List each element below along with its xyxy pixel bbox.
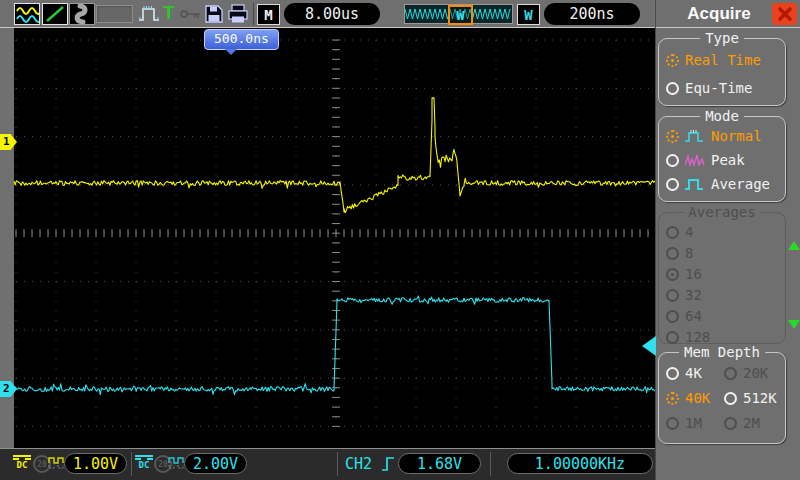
status-divider: [490, 452, 491, 476]
radio-icon: [666, 310, 679, 323]
radio-selected-icon: [666, 54, 679, 67]
scroll-down-icon[interactable]: [788, 320, 800, 329]
frequency-counter-readout: 1.00000KHz: [507, 453, 653, 474]
close-icon: [776, 6, 794, 22]
radio-label: 4K: [685, 365, 702, 381]
radio-icon: [666, 367, 679, 380]
mem-depth-section-title: Mem Depth: [679, 344, 765, 360]
ch2-coupling-dc-icon: DC: [135, 455, 153, 470]
type-section: Type Real Time Equ-Time: [658, 38, 786, 106]
zoom-window-marker[interactable]: W: [448, 5, 473, 25]
radio-label: Normal: [711, 128, 762, 144]
radio-1m: 1M: [659, 415, 724, 431]
averages-section: Averages 4 8 16 32 64 128: [658, 212, 786, 344]
radio-icon: [666, 82, 679, 95]
radio-label: 64: [685, 308, 702, 324]
top-toolbar: T M 8.00us W W 2: [0, 0, 655, 28]
toolbar-empty-slot: [96, 5, 133, 23]
radio-avg-64: 64: [659, 308, 785, 324]
radio-20k: 20K: [724, 365, 768, 381]
radio-icon: [666, 331, 679, 344]
radio-label: 40K: [685, 390, 710, 406]
channel-waves-icon: [15, 4, 39, 24]
radio-label: 20K: [743, 365, 768, 381]
trigger-level-arrow[interactable]: [642, 336, 656, 356]
printer-icon: [227, 4, 249, 24]
radio-label: Equ-Time: [685, 80, 752, 96]
scroll-up-icon[interactable]: [788, 241, 800, 250]
normal-mode-pulse-icon: [685, 129, 705, 143]
radio-icon: [666, 417, 679, 430]
average-mode-pulse-icon: [685, 177, 705, 191]
ch2-scale-readout: 2.00V: [184, 453, 247, 474]
radio-icon: [666, 247, 679, 260]
type-section-title: Type: [700, 30, 744, 46]
radio-real-time[interactable]: Real Time: [659, 52, 785, 68]
peak-mode-icon: [685, 153, 705, 167]
main-timebase-label: M: [257, 4, 280, 25]
radio-icon: [724, 367, 737, 380]
radio-equ-time[interactable]: Equ-Time: [659, 80, 785, 96]
mem-depth-section: Mem Depth 4K 20K 40K 512K: [658, 352, 786, 444]
ch2-waveform-icon: [168, 456, 185, 470]
radio-avg-16: 16: [659, 266, 785, 282]
toolbar-divider: [253, 3, 254, 25]
ch1-waveform-icon: [48, 456, 65, 470]
radio-icon: [666, 289, 679, 302]
radio-icon: [724, 417, 737, 430]
radio-label: Peak: [711, 152, 745, 168]
radio-selected-icon: [666, 392, 679, 405]
menu-title: Acquire: [656, 4, 772, 24]
trigger-source-label: CH2: [345, 455, 372, 473]
radio-average[interactable]: Average: [659, 176, 785, 192]
main-timebase-readout: 8.00us: [284, 3, 380, 25]
radio-label: 1M: [685, 415, 702, 431]
radio-label: 512K: [743, 390, 777, 406]
acquire-mode-pulse-icon: [138, 4, 160, 24]
status-divider: [337, 452, 338, 476]
radio-icon: [724, 392, 737, 405]
print-button[interactable]: [227, 4, 249, 28]
menu-header: Acquire: [656, 0, 800, 28]
floppy-save-icon: [204, 4, 224, 24]
ch1-coupling-dc-icon: DC: [13, 455, 31, 470]
radio-avg-32: 32: [659, 287, 785, 303]
window-position-strip[interactable]: W: [404, 4, 513, 24]
image-display-button[interactable]: [69, 3, 95, 25]
status-bar: DC 20 1.00V DC 20 2.00V CH2 1.68V 1.0000…: [0, 448, 655, 480]
mode-section-title: Mode: [700, 108, 744, 124]
save-button[interactable]: [204, 4, 224, 28]
ramp-line-icon: [43, 4, 67, 24]
delay-position-tag: 500.0ns: [204, 29, 279, 50]
radio-label: 16: [685, 266, 702, 282]
radio-4k[interactable]: 4K: [659, 365, 724, 381]
mode-section: Mode Normal Peak: [658, 116, 786, 202]
acquire-menu: Acquire Type Real Time Equ-Time Mode: [655, 0, 800, 480]
ch1-coupling-label: DC: [13, 461, 31, 470]
radio-2m: 2M: [724, 415, 760, 431]
key-lock-icon: [180, 9, 202, 19]
rising-edge-trigger-icon: [381, 455, 395, 473]
radio-40k[interactable]: 40K: [659, 390, 724, 406]
channels-display-button[interactable]: [14, 3, 40, 25]
photo-blob-icon: [70, 4, 94, 24]
radio-label: 128: [685, 329, 710, 345]
radio-normal[interactable]: Normal: [659, 128, 785, 144]
radio-selected-icon: [666, 130, 679, 143]
close-menu-button[interactable]: [772, 3, 797, 25]
radio-label: Average: [711, 176, 770, 192]
radio-avg-128: 128: [659, 329, 785, 345]
radio-label: 32: [685, 287, 702, 303]
trigger-level-readout: 1.68V: [398, 453, 481, 474]
window-timebase-readout: 200ns: [544, 3, 640, 25]
waveform-display-area: [14, 28, 655, 448]
radio-avg-4: 4: [659, 224, 785, 240]
trigger-status-letter: T: [163, 2, 175, 24]
radio-peak[interactable]: Peak: [659, 152, 785, 168]
radio-selected-icon: [666, 268, 679, 281]
radio-icon: [666, 226, 679, 239]
radio-512k[interactable]: 512K: [724, 390, 777, 406]
radio-label: Real Time: [685, 52, 761, 68]
ramp-display-button[interactable]: [42, 3, 68, 25]
radio-label: 2M: [743, 415, 760, 431]
